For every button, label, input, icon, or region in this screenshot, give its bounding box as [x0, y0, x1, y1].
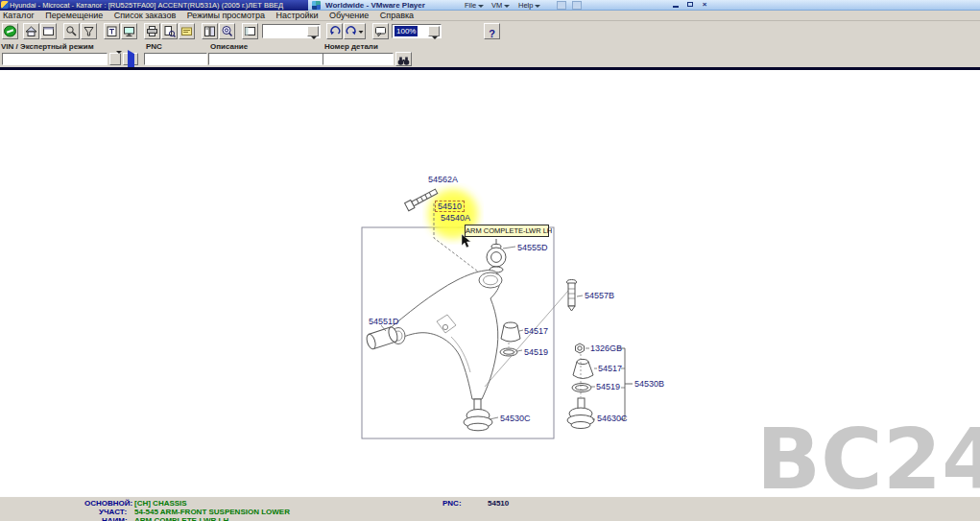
printer-icon: [146, 25, 158, 37]
status-pnc-label: PNC:: [442, 500, 462, 508]
app-menu-bar: Каталог Перемещение Список заказов Режим…: [0, 11, 980, 21]
menu-peremeshchenie[interactable]: Перемещение: [45, 11, 103, 21]
history-combobox[interactable]: [262, 24, 321, 38]
vmware-window-title: Worldwide - VMware Player: [325, 0, 425, 11]
vmware-menu-file[interactable]: File: [465, 0, 484, 11]
filter-button[interactable]: [81, 23, 97, 39]
redo-icon: [346, 25, 364, 37]
exit-icon: [4, 25, 16, 37]
search-details-icon: [221, 25, 233, 37]
vmware-logo-icon: [312, 1, 321, 10]
menu-rezhimy-prosmotra[interactable]: Режимы просмотра: [187, 11, 265, 21]
go-button[interactable]: [123, 53, 138, 65]
index-book-icon: [203, 25, 216, 37]
search-parts-button[interactable]: [395, 52, 412, 66]
part-label-54519[interactable]: 54519: [524, 347, 548, 357]
home-icon: [25, 25, 37, 37]
monitor-view-button[interactable]: [121, 23, 137, 39]
part-label-54519-kit[interactable]: 54519: [596, 382, 620, 391]
chevron-down-icon: [478, 5, 484, 8]
menu-spravka[interactable]: Справка: [380, 11, 414, 21]
vmware-menu-vm[interactable]: VM: [491, 0, 510, 11]
status-section-label: УЧАСТ:: [99, 509, 127, 516]
redo-button[interactable]: [344, 23, 366, 39]
chevron-down-icon: [504, 5, 510, 8]
minimize-button[interactable]: [669, 0, 682, 10]
note-button[interactable]: [179, 23, 195, 39]
screen: Hyundai - Microcat - Каталог : [RU525TFA…: [0, 0, 980, 521]
diagram-area: 54562A 54510 54540A 54555D 54557B 54551D…: [0, 70, 980, 496]
help-button[interactable]: ?: [484, 23, 500, 39]
restore-icon: [687, 2, 693, 7]
part-label-54517-kit[interactable]: 54517: [598, 364, 622, 373]
comment-icon: [374, 25, 387, 37]
status-name-value: ARM COMPLETE-LWR LH: [134, 517, 228, 521]
menu-nastroyki[interactable]: Настройки: [275, 11, 318, 21]
minimize-icon: [673, 6, 679, 8]
text-view-button[interactable]: [104, 23, 120, 39]
screen-button[interactable]: [40, 23, 57, 39]
search-bar: VIN / Экспертный режим PNC Описание Номе…: [0, 40, 980, 67]
description-input[interactable]: [208, 53, 323, 65]
print-button[interactable]: [144, 23, 160, 39]
restore-button[interactable]: [683, 0, 697, 10]
zoom-tool-button[interactable]: [63, 23, 80, 39]
funnel-icon: [83, 25, 95, 37]
vin-label: VIN / Экспертный режим: [1, 42, 94, 51]
part-label-54630C[interactable]: 54630C: [597, 414, 628, 423]
monitor-icon: [123, 25, 135, 37]
comment-button[interactable]: [372, 23, 389, 39]
vmware-toolbar-icon-2[interactable]: [572, 1, 582, 10]
toolbar: 100% ?: [0, 21, 980, 40]
part-label-54562A[interactable]: 54562A: [428, 175, 458, 184]
status-name-label: НАИМ:: [102, 517, 128, 521]
chevron-down-icon: [535, 5, 540, 8]
menu-katalog[interactable]: Каталог: [3, 11, 35, 21]
chevron-down-icon: [432, 36, 438, 39]
close-button[interactable]: ×: [698, 0, 711, 10]
part-label-1326GB[interactable]: 1326GB: [590, 343, 622, 353]
chevron-down-icon: [311, 36, 317, 39]
combo-dropdown-button[interactable]: [307, 26, 319, 36]
menu-obuchenie[interactable]: Обучение: [329, 11, 369, 21]
exit-button[interactable]: [2, 23, 18, 39]
home-button[interactable]: [23, 23, 39, 39]
index-button[interactable]: [202, 23, 218, 39]
zoom-combobox[interactable]: 100%: [392, 24, 442, 38]
search-details-button[interactable]: [219, 23, 235, 39]
part-label-54540A[interactable]: 54540A: [441, 213, 470, 223]
undo-button[interactable]: [326, 23, 343, 39]
print-preview-icon: [163, 25, 176, 37]
menu-spisok-zakazov[interactable]: Список заказов: [114, 11, 176, 21]
panel-button[interactable]: [242, 23, 258, 39]
zoom-level-value: 100%: [394, 26, 418, 36]
vmware-toolbar-icon-1[interactable]: [557, 1, 566, 10]
screen-icon: [42, 25, 55, 37]
part-label-54517[interactable]: 54517: [524, 326, 548, 336]
pnc-input[interactable]: [144, 53, 207, 65]
part-label-54510-selected[interactable]: 54510: [435, 201, 465, 212]
print-preview-button[interactable]: [161, 23, 178, 39]
status-main-label: ОСНОВНОЙ:: [84, 500, 132, 508]
part-label-54530C[interactable]: 54530C: [500, 414, 531, 423]
part-number-input[interactable]: [323, 53, 394, 65]
description-label: Описание: [210, 42, 248, 51]
part-label-54530B[interactable]: 54530B: [634, 379, 664, 389]
part-label-54557B[interactable]: 54557B: [585, 291, 614, 300]
pnc-label: PNC: [146, 42, 162, 51]
part-number-label: Номер детали: [324, 42, 378, 51]
vin-spinner[interactable]: [109, 53, 121, 65]
help-icon: ?: [489, 28, 495, 39]
text-page-icon: [106, 25, 118, 37]
catalog-app-icon: [1, 1, 9, 9]
vmware-menu-help[interactable]: Help: [518, 0, 540, 11]
undo-icon: [328, 25, 341, 37]
zoom-dropdown-button[interactable]: [428, 26, 440, 36]
vin-input[interactable]: [2, 53, 108, 65]
part-label-54555D[interactable]: 54555D: [517, 243, 548, 252]
vmware-title-bar: Hyundai - Microcat - Каталог : [RU525TFA…: [0, 0, 980, 11]
guest-title-text: Hyundai - Microcat - Каталог : [RU525TFA…: [10, 1, 283, 10]
part-label-54551D[interactable]: 54551D: [369, 317, 399, 326]
status-pnc-value: 54510: [488, 500, 509, 508]
magnifier-icon: [65, 25, 78, 37]
